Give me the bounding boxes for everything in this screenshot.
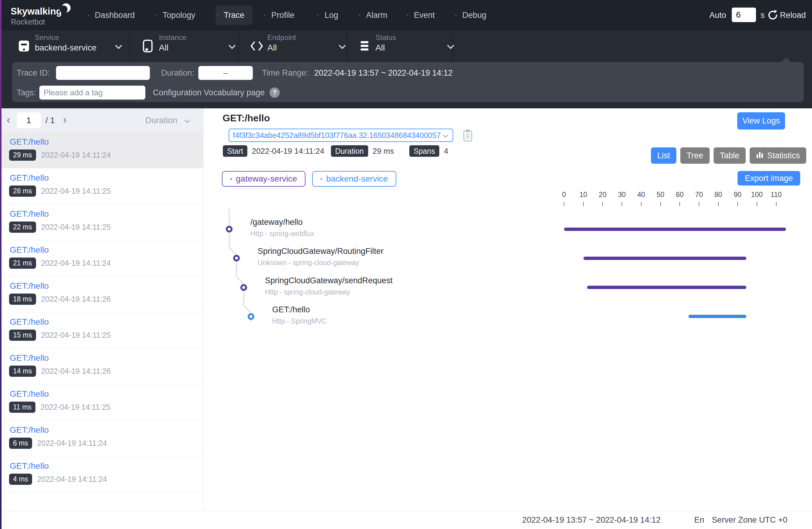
- instance-label: Instance: [159, 33, 187, 42]
- clipboard-copy-icon[interactable]: [462, 129, 474, 144]
- trace-item-meta: 18 ms2022-04-19 14:11:26: [9, 294, 111, 305]
- page-number-input[interactable]: [17, 112, 41, 128]
- axis-tick-label: 30: [618, 191, 626, 199]
- trace-list-item[interactable]: GET:/hello14 ms2022-04-19 14:11:26: [0, 348, 203, 384]
- chevron-down-icon: [184, 117, 190, 123]
- spans-badge-group: Spans 4: [409, 145, 448, 157]
- reload-label[interactable]: Reload: [780, 0, 806, 30]
- trace-item-title: GET:/hello: [10, 389, 49, 399]
- auto-refresh-label: Auto: [709, 0, 726, 30]
- logo-title: Skywalking: [11, 6, 62, 17]
- span-name: GET:/hello: [272, 305, 310, 314]
- tab-list[interactable]: List: [651, 147, 676, 164]
- nav-item-dashboard[interactable]: Dashboard: [95, 0, 135, 30]
- time-range-value[interactable]: 2022-04-19 13:57 ~ 2022-04-19 14:12: [314, 66, 453, 80]
- axis-tick-label: 60: [676, 191, 684, 199]
- chevron-down-icon: [115, 42, 122, 49]
- duration-filter-label: Duration:: [161, 66, 194, 80]
- instance-selector[interactable]: Instance All: [142, 30, 235, 62]
- nav-item-profile[interactable]: Profile: [271, 0, 294, 30]
- nav-item-trace[interactable]: Trace: [216, 5, 252, 25]
- axis-tick-mark: [564, 202, 564, 206]
- footer-time-range[interactable]: 2022-04-19 13:57 ~ 2022-04-19 14:12: [522, 511, 661, 529]
- tab-tree[interactable]: Tree: [680, 147, 710, 164]
- trace-item-meta: 4 ms2022-04-19 14:11:24: [9, 474, 107, 485]
- trace-title: GET:/hello: [222, 113, 270, 124]
- trace-list-item[interactable]: GET:/hello11 ms2022-04-19 14:11:25: [0, 384, 203, 420]
- view-logs-button[interactable]: View Logs: [737, 112, 785, 130]
- duration-badge: 14 ms: [9, 366, 36, 377]
- duration-badge: 15 ms: [9, 329, 36, 341]
- service-legend: gateway-service backend-service: [222, 171, 396, 187]
- tab-statistics[interactable]: Statistics: [750, 147, 806, 164]
- axis-tick-label: 20: [599, 191, 607, 199]
- trace-list-item[interactable]: GET:/hello29 ms2022-04-19 14:11:24: [0, 132, 203, 168]
- status-selector[interactable]: Status All: [358, 30, 453, 62]
- service-value: backend-service: [35, 43, 97, 53]
- auto-refresh-unit: s: [760, 0, 765, 30]
- spans-badge: Spans: [409, 145, 439, 157]
- trace-list-item[interactable]: GET:/hello15 ms2022-04-19 14:11:25: [0, 312, 203, 348]
- trace-list-item[interactable]: GET:/hello21 ms2022-04-19 14:11:24: [0, 240, 203, 276]
- trace-item-meta: 21 ms2022-04-19 14:11:24: [9, 258, 111, 269]
- auto-refresh-input[interactable]: [732, 8, 756, 22]
- language-switch[interactable]: En: [694, 511, 704, 529]
- trace-list-item[interactable]: GET:/hello22 ms2022-04-19 14:11:25: [0, 204, 203, 240]
- span-duration-bar[interactable]: [564, 227, 786, 231]
- trace-id-select[interactable]: f4f3f3c34abe4252a89d5bf103f776aa.32.1650…: [229, 129, 453, 142]
- trace-item-meta: 15 ms2022-04-19 14:11:25: [9, 329, 111, 341]
- nav-item-event[interactable]: Event: [414, 0, 435, 30]
- trace-list-item[interactable]: GET:/hello6 ms2022-04-19 14:11:24: [0, 420, 203, 456]
- axis-tick-label: 10: [579, 191, 588, 199]
- span-node-icon[interactable]: [248, 313, 254, 320]
- next-page-icon[interactable]: ›: [63, 108, 67, 132]
- help-icon[interactable]: ?: [270, 87, 280, 98]
- duration-value: 29 ms: [373, 146, 394, 156]
- trace-list-item[interactable]: GET:/hello4 ms2022-04-19 14:11:24: [0, 456, 203, 493]
- trace-item-title: GET:/hello: [10, 317, 49, 327]
- axis-tick-mark: [718, 202, 719, 206]
- axis-tick-mark: [641, 202, 641, 206]
- trace-list-item[interactable]: GET:/hello28 ms2022-04-19 14:11:25: [0, 168, 203, 204]
- service-selector[interactable]: Service backend-service: [17, 30, 124, 62]
- start-value: 2022-04-19 14:11:24: [252, 146, 324, 156]
- tab-statistics-label: Statistics: [767, 151, 800, 160]
- trace-item-meta: 6 ms2022-04-19 14:11:24: [9, 438, 107, 449]
- axis-tick-label: 0: [562, 191, 566, 199]
- divider: [346, 30, 347, 62]
- trace-id-input[interactable]: [56, 66, 150, 80]
- nav-item-debug[interactable]: Debug: [462, 0, 487, 30]
- duration-badge: Duration: [331, 145, 368, 157]
- tags-input[interactable]: [39, 86, 145, 100]
- span-node-icon[interactable]: [241, 284, 247, 291]
- logo-subtitle: Rocketbot: [11, 17, 45, 26]
- dot-icon: [230, 178, 232, 180]
- duration-badge: 11 ms: [9, 401, 35, 413]
- more-panel: Trace ID: Duration: Time Range: 2022-04-…: [12, 62, 804, 102]
- endpoint-selector[interactable]: Endpoint All: [250, 30, 346, 62]
- trace-item-title: GET:/hello: [10, 425, 49, 435]
- dot-icon: [321, 178, 322, 180]
- trace-item-timestamp: 2022-04-19 14:11:25: [41, 223, 111, 232]
- span-duration-bar[interactable]: [583, 256, 746, 260]
- instance-value: All: [159, 43, 168, 53]
- service-chip-label: backend-service: [326, 174, 388, 184]
- vocabulary-link[interactable]: Configuration Vocabulary page: [153, 86, 265, 100]
- span-duration-bar[interactable]: [688, 315, 746, 318]
- export-image-button[interactable]: Export image: [738, 171, 800, 186]
- span-node-icon[interactable]: [226, 226, 233, 232]
- span-duration-bar[interactable]: [587, 286, 746, 289]
- start-badge: Start: [223, 145, 247, 157]
- tab-table[interactable]: Table: [714, 147, 746, 164]
- trace-list-item[interactable]: GET:/hello18 ms2022-04-19 14:11:26: [0, 276, 203, 312]
- reload-icon[interactable]: [767, 10, 779, 22]
- nav-item-log[interactable]: Log: [324, 0, 338, 30]
- trace-item-meta: 14 ms2022-04-19 14:11:26: [9, 366, 111, 377]
- server-zone[interactable]: Server Zone UTC +0: [712, 511, 787, 529]
- duration-filter-input[interactable]: [198, 66, 253, 80]
- sort-dropdown[interactable]: Duration: [145, 108, 177, 132]
- prev-page-icon[interactable]: ‹: [7, 108, 10, 132]
- nav-item-alarm[interactable]: Alarm: [366, 0, 388, 30]
- nav-item-topology[interactable]: Topology: [163, 0, 195, 30]
- duration-badge: 18 ms: [9, 294, 36, 305]
